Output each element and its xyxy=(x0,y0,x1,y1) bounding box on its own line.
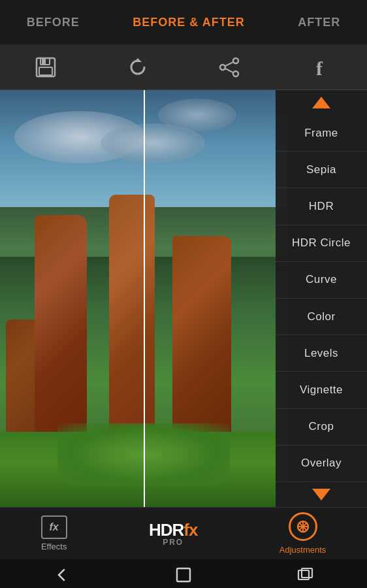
bottom-bar: fx Effects HDR fx PRO Adjustments xyxy=(0,507,367,559)
effects-label: Effects xyxy=(41,542,67,551)
menu-scroll-up[interactable] xyxy=(276,90,367,115)
share-button[interactable] xyxy=(210,48,249,87)
save-button[interactable] xyxy=(26,48,65,87)
nav-recent-button[interactable] xyxy=(296,566,315,588)
menu-item-curve[interactable]: Curve xyxy=(276,262,367,299)
adjustments-icon xyxy=(289,512,317,541)
nav-bar xyxy=(0,559,367,588)
menu-item-levels[interactable]: Levels xyxy=(276,335,367,372)
menu-item-color[interactable]: Color xyxy=(276,299,367,335)
arrow-up-icon xyxy=(312,97,330,108)
svg-rect-16 xyxy=(177,568,190,581)
logo-fx-text: fx xyxy=(184,520,197,540)
side-menu: Frame Sepia HDR HDR Circle Curve Color L… xyxy=(276,90,367,507)
svg-point-5 xyxy=(233,58,238,63)
facebook-icon: f xyxy=(310,56,333,79)
facebook-button[interactable]: f xyxy=(302,48,341,87)
toolbar: f xyxy=(0,44,367,90)
menu-item-hdr[interactable]: HDR xyxy=(276,188,367,225)
app-logo: HDR fx PRO xyxy=(149,520,197,547)
menu-item-vignette[interactable]: Vignette xyxy=(276,372,367,408)
effects-button[interactable]: fx Effects xyxy=(41,515,67,551)
rock-left xyxy=(35,215,87,444)
cloud-3 xyxy=(158,99,236,131)
arrow-down-icon xyxy=(312,489,330,500)
nav-home-button[interactable] xyxy=(174,566,193,588)
tab-before-after[interactable]: BEFORE & AFTER xyxy=(120,9,257,36)
menu-item-sepia[interactable]: Sepia xyxy=(276,152,367,188)
effects-icon: fx xyxy=(41,515,67,539)
refresh-button[interactable] xyxy=(118,48,157,87)
menu-scroll-down[interactable] xyxy=(276,482,367,507)
nav-back-button[interactable] xyxy=(52,566,71,588)
menu-item-overlay[interactable]: Overlay xyxy=(276,446,367,482)
svg-line-9 xyxy=(225,69,233,73)
svg-point-7 xyxy=(233,71,238,76)
svg-rect-3 xyxy=(42,59,46,64)
svg-point-6 xyxy=(220,65,225,70)
tab-bar: BEFORE BEFORE & AFTER AFTER xyxy=(0,0,367,44)
svg-rect-2 xyxy=(39,67,52,75)
before-after-divider xyxy=(144,90,145,507)
menu-item-crop[interactable]: Crop xyxy=(276,409,367,446)
svg-line-8 xyxy=(225,62,233,66)
logo-pro-text: PRO xyxy=(163,538,184,547)
refresh-icon xyxy=(126,56,150,79)
rock-right xyxy=(172,236,231,444)
tab-after[interactable]: AFTER xyxy=(285,9,353,36)
adjustments-label: Adjustments xyxy=(279,545,327,555)
menu-item-frame[interactable]: Frame xyxy=(276,115,367,152)
adjustments-button[interactable]: Adjustments xyxy=(279,512,327,555)
rock-center xyxy=(109,195,155,445)
svg-marker-4 xyxy=(134,58,142,62)
tab-before[interactable]: BEFORE xyxy=(14,9,93,36)
save-icon xyxy=(34,56,57,79)
main-area: Frame Sepia HDR HDR Circle Curve Color L… xyxy=(0,90,367,507)
share-icon xyxy=(217,56,241,79)
menu-item-hdr-circle[interactable]: HDR Circle xyxy=(276,225,367,262)
svg-text:f: f xyxy=(316,57,323,79)
image-container xyxy=(0,90,287,507)
